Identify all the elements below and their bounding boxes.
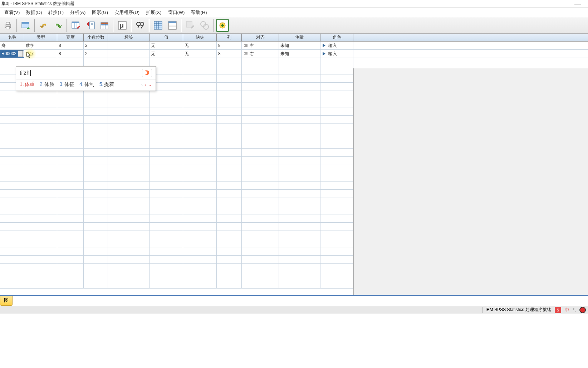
svg-rect-2 [6,26,10,29]
cell-type[interactable]: 数字 [24,42,57,49]
cell-measure[interactable]: 未知 [279,50,320,58]
cell-decimals[interactable]: 2 [84,50,108,58]
svg-text:μ: μ [120,22,124,29]
menu-graphs[interactable]: 图形(G) [92,9,108,16]
menu-utilities[interactable]: 实用程序(U) [114,9,139,16]
header-label[interactable]: 标签 [108,34,150,41]
split-file-button[interactable] [152,19,165,32]
align-right-icon [243,44,248,47]
header-align[interactable]: 对齐 [242,34,279,41]
toolbar-separator [34,19,35,32]
cell-values[interactable]: 无 [150,50,183,58]
ime-language-indicator[interactable]: 中 [565,307,569,313]
grid-header-row: 名称 类型 宽度 小数位数 标签 值 缺失 列 对齐 测量 角色 [0,34,588,42]
menu-extend[interactable]: 扩展(X) [146,9,161,16]
header-name[interactable]: 名称 [0,34,24,41]
header-role[interactable]: 角色 [320,34,353,41]
cell-align[interactable]: 右 [242,42,279,49]
cell-width[interactable]: 8 [57,50,84,58]
variable-row: ⋯ 数字 8 2 无 无 8 右 未知 输入 [0,50,588,58]
menu-help[interactable]: 帮助(H) [191,9,207,16]
toolbar-separator [131,19,132,32]
svg-rect-6 [72,22,79,23]
header-decimals[interactable]: 小数位数 [84,34,108,41]
input-role-icon [322,43,327,48]
empty-row[interactable] [0,58,588,66]
ime-candidate[interactable]: 1.体重 [20,81,35,88]
minimize-button[interactable]: — [574,0,581,8]
svg-rect-33 [186,21,192,27]
cell-role[interactable]: 输入 [320,50,353,58]
svg-rect-1 [6,22,10,24]
header-measure[interactable]: 测量 [279,34,320,41]
header-missing[interactable]: 缺失 [183,34,217,41]
compute-button[interactable] [84,19,97,32]
record-icon[interactable] [579,307,586,313]
weight-cases-button[interactable] [166,19,179,32]
cell-role[interactable]: 输入 [320,42,353,49]
ime-punct-icon[interactable]: °, [573,308,576,313]
header-type[interactable]: 类型 [24,34,57,41]
header-width[interactable]: 宽度 [57,34,84,41]
input-role-icon [322,51,327,56]
cell-width[interactable]: 8 [57,42,84,49]
ime-candidate[interactable]: 3.体征 [59,81,74,88]
sogou-ime-icon[interactable]: S [555,307,561,313]
cell-columns[interactable]: 8 [217,50,242,58]
cell-type[interactable]: 数字 [24,50,57,58]
cell-measure[interactable]: 未知 [279,42,320,49]
ime-candidate[interactable]: 5.提着 [99,81,114,88]
menu-window[interactable]: 窗口(W) [168,9,185,16]
status-ready-text: IBM SPSS Statistics 处理程序就绪 [482,307,551,313]
cell-label[interactable] [108,50,150,58]
ime-candidate[interactable]: 2.体质 [40,81,55,88]
ime-input-row: ti'zh [16,67,156,79]
ime-candidate-row: 1.体重 2.体质 3.体征 4.体制 5.提着 ‹ › ⌄ [16,79,156,91]
variables-button[interactable]: μ [116,19,129,32]
use-sets-button[interactable] [216,19,229,32]
svg-rect-13 [101,23,108,24]
cell-picker-button[interactable]: ⋯ [18,50,23,57]
menu-view[interactable]: 查看(V) [4,9,20,16]
ime-prev-icon[interactable]: ‹ [141,82,143,87]
ime-next-icon[interactable]: › [145,82,146,87]
find-button[interactable] [134,19,147,32]
insert-cases-button[interactable] [98,19,111,32]
menu-transform[interactable]: 转换(T) [48,9,64,16]
sogou-logo-icon [142,69,152,77]
svg-point-20 [140,22,144,26]
toolbar-separator [67,19,67,32]
cell-name-editing[interactable]: ⋯ [0,50,24,58]
cell-align[interactable]: 右 [242,50,279,58]
value-labels-button [198,19,211,32]
menu-data[interactable]: 数据(D) [26,9,42,16]
name-input[interactable] [1,50,18,57]
cell-missing[interactable]: 无 [183,42,217,49]
cell-decimals[interactable]: 2 [84,42,108,49]
cell-missing[interactable]: 无 [183,50,217,58]
toolbar-separator [16,19,17,32]
cell-columns[interactable]: 8 [217,42,242,49]
goto-variable-button[interactable] [19,19,32,32]
undo-button[interactable] [37,19,50,32]
cell-values[interactable]: 无 [150,42,183,49]
print-button[interactable] [1,19,14,32]
data-view-button[interactable] [69,19,82,32]
header-columns[interactable]: 列 [217,34,242,41]
status-bar: IBM SPSS Statistics 处理程序就绪 S 中 °, [0,306,588,314]
toolbar-separator [213,19,214,32]
grid-empty-area [353,68,588,299]
cell-label[interactable] [108,42,150,49]
align-right-icon [243,52,248,55]
svg-point-34 [201,21,206,26]
toolbar-separator [181,19,182,32]
redo-button[interactable] [52,19,64,32]
cell-name[interactable]: 身 [0,42,24,49]
menu-analyze[interactable]: 分析(A) [70,9,85,16]
ime-candidate[interactable]: 4.体制 [79,81,94,88]
header-values[interactable]: 值 [150,34,183,41]
ime-expand-icon[interactable]: ⌄ [148,82,152,87]
svg-rect-30 [168,21,176,23]
svg-point-35 [204,24,209,29]
tab-variable-view[interactable]: 图 [0,296,13,306]
